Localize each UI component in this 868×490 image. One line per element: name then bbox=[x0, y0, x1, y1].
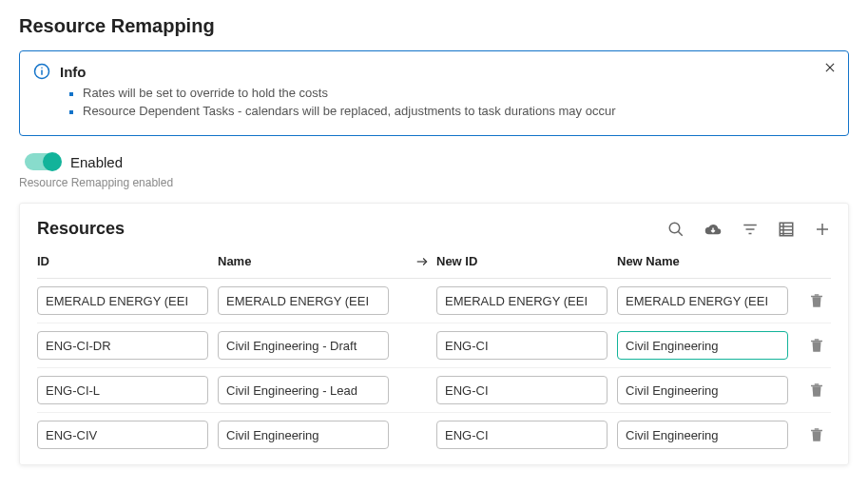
page-title: Resource Remapping bbox=[19, 15, 849, 37]
info-title: Info bbox=[60, 64, 87, 80]
new-name-input[interactable]: EMERALD ENERGY (EEI bbox=[617, 286, 788, 315]
col-id: ID bbox=[37, 254, 218, 268]
info-item: Rates will be set to override to hold th… bbox=[69, 86, 835, 100]
table-row: EMERALD ENERGY (EEIEMERALD ENERGY (EEIEM… bbox=[37, 279, 831, 323]
panel-toolbar bbox=[667, 221, 831, 238]
resources-panel: Resources ID Name New ID New Name bbox=[19, 203, 849, 465]
svg-point-5 bbox=[669, 223, 680, 233]
panel-title: Resources bbox=[37, 219, 125, 239]
columns-icon[interactable] bbox=[778, 221, 795, 238]
svg-line-6 bbox=[678, 231, 683, 236]
new-id-input[interactable]: EMERALD ENERGY (EEI bbox=[436, 286, 608, 315]
toggle-label: Enabled bbox=[70, 154, 123, 170]
info-icon bbox=[33, 63, 50, 80]
delete-icon[interactable] bbox=[798, 292, 836, 309]
enabled-toggle[interactable] bbox=[25, 153, 61, 170]
name-input[interactable]: Civil Engineering bbox=[218, 421, 389, 449]
new-id-input[interactable]: ENG-CI bbox=[436, 376, 608, 404]
svg-point-2 bbox=[41, 68, 43, 69]
new-id-input[interactable]: ENG-CI bbox=[436, 331, 608, 360]
col-new-id: New ID bbox=[436, 254, 617, 268]
id-input[interactable]: EMERALD ENERGY (EEI bbox=[37, 286, 208, 315]
id-input[interactable]: ENG-CIV bbox=[37, 421, 208, 449]
delete-icon[interactable] bbox=[798, 382, 836, 399]
cloud-download-icon[interactable] bbox=[704, 221, 723, 238]
table-row: ENG-CI-LCivil Engineering - LeadENG-CICi… bbox=[37, 368, 831, 413]
table-row: ENG-CIVCivil EngineeringENG-CICivil Engi… bbox=[37, 413, 831, 457]
search-icon[interactable] bbox=[667, 221, 685, 238]
name-input[interactable]: Civil Engineering - Lead bbox=[218, 376, 389, 404]
arrow-icon bbox=[408, 255, 436, 268]
delete-icon[interactable] bbox=[798, 337, 836, 354]
name-input[interactable]: Civil Engineering - Draft bbox=[218, 331, 389, 360]
delete-icon[interactable] bbox=[798, 426, 836, 443]
add-icon[interactable] bbox=[814, 221, 831, 238]
id-input[interactable]: ENG-CI-L bbox=[37, 376, 208, 404]
info-list: Rates will be set to override to hold th… bbox=[69, 86, 835, 118]
new-name-input[interactable]: Civil Engineering bbox=[617, 421, 788, 449]
close-icon[interactable] bbox=[823, 61, 837, 74]
table-row: ENG-CI-DRCivil Engineering - DraftENG-CI… bbox=[37, 323, 831, 368]
name-input[interactable]: EMERALD ENERGY (EEI bbox=[218, 286, 389, 315]
filter-icon[interactable] bbox=[742, 221, 759, 238]
info-item: Resource Dependent Tasks - calendars wil… bbox=[69, 104, 835, 118]
col-name: Name bbox=[218, 254, 408, 268]
col-new-name: New Name bbox=[617, 254, 798, 268]
column-headers: ID Name New ID New Name bbox=[37, 248, 831, 279]
new-name-input[interactable]: Civil Engineering bbox=[617, 376, 788, 404]
id-input[interactable]: ENG-CI-DR bbox=[37, 331, 208, 360]
info-box: Info Rates will be set to override to ho… bbox=[19, 50, 849, 136]
toggle-caption: Resource Remapping enabled bbox=[19, 176, 849, 189]
new-name-input[interactable]: Civil Engineering bbox=[617, 331, 788, 360]
new-id-input[interactable]: ENG-CI bbox=[436, 421, 608, 449]
